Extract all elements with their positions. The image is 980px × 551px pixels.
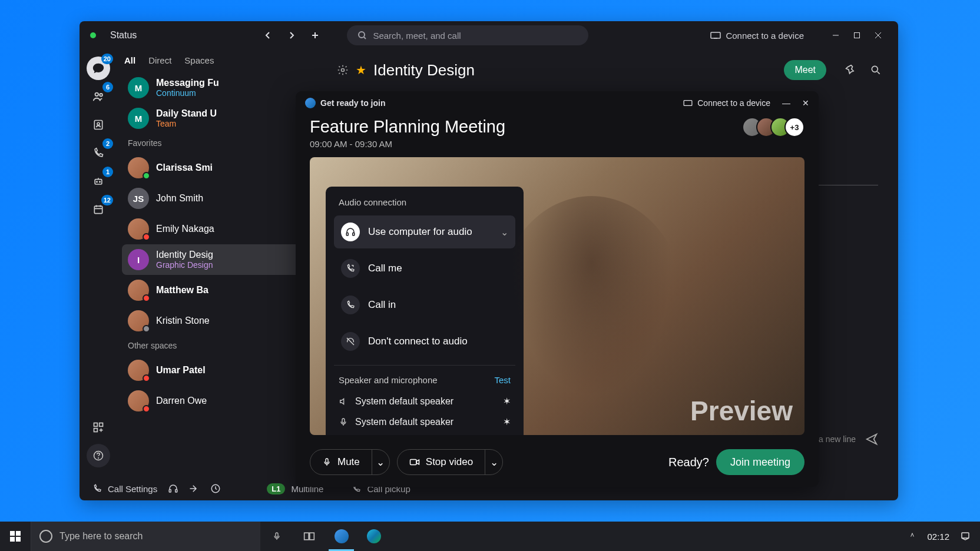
avatar [128,157,149,178]
new-tab-button[interactable] [306,26,325,45]
options-icon[interactable]: ✶ [503,416,511,427]
rail-calendar[interactable]: 12 [87,198,110,221]
svg-rect-29 [309,533,314,540]
calls-badge: 2 [102,138,113,149]
join-meeting-button[interactable]: Join meeting [716,449,804,475]
tray-expand-icon[interactable]: ＾ [908,531,916,542]
filter-all[interactable]: All [124,55,135,65]
list-item[interactable]: M Messaging FuContinuum [122,72,316,103]
svg-point-0 [359,32,365,38]
send-icon[interactable] [865,433,878,446]
favorite-star-icon[interactable]: ★ [356,63,366,77]
gear-icon[interactable] [337,64,349,76]
maximize-button[interactable] [847,26,866,45]
call-settings-button[interactable]: Call Settings [92,484,157,494]
connect-device-button[interactable]: Connect to a device [710,31,804,41]
minimize-button[interactable] [826,26,845,45]
list-item[interactable]: Kristin Stone [122,306,316,336]
close-button[interactable] [869,26,888,45]
search-in-space-icon[interactable] [870,64,882,76]
options-icon[interactable]: ✶ [503,396,511,407]
svg-point-17 [872,66,878,72]
svg-rect-13 [94,429,98,432]
audio-option-none[interactable]: Don't connect to audio [334,325,515,358]
filter-spaces[interactable]: Spaces [184,55,214,65]
rail-apps[interactable]: 1 [87,170,110,193]
svg-point-15 [98,458,99,459]
headset-icon [341,223,360,241]
avatar: I [128,249,149,270]
meet-button[interactable]: Meet [784,60,826,80]
filter-direct[interactable]: Direct [148,55,171,65]
calendar-icon [92,204,104,215]
list-item[interactable]: Emily Nakaga [122,214,316,244]
audio-option-use-computer[interactable]: Use computer for audio ⌄ [334,215,515,248]
line-badge: L1 [267,483,285,494]
stop-video-button[interactable]: Stop video ⌄ [397,449,503,475]
space-title: Identity Design [373,61,475,79]
nav-forward-button[interactable] [282,26,301,45]
global-search-input[interactable]: Search, meet, and call [347,25,588,45]
avatar [128,360,149,381]
start-button[interactable] [0,522,31,551]
list-item[interactable]: M Daily Stand UTeam [122,103,316,134]
teams-badge: 6 [102,82,113,92]
svg-rect-1 [711,32,720,38]
rail-calls[interactable]: 2 [87,141,110,165]
rail-teams[interactable]: 6 [87,85,110,108]
taskbar-app-edge[interactable] [357,522,390,551]
participants-stack[interactable]: +3 [748,117,804,137]
nav-back-button[interactable] [259,26,277,45]
list-item[interactable]: Darren Owe [122,386,316,416]
list-item-selected[interactable]: I Identity DesigGraphic Design [122,244,316,275]
join-meeting-modal: Get ready to join Connect to a device — … [296,91,819,487]
dial-icon[interactable] [210,483,221,494]
preview-watermark: Preview [690,395,793,427]
rail-add-app[interactable] [87,416,110,439]
rail-messaging[interactable]: 20 [87,57,110,80]
video-options-chevron[interactable]: ⌄ [485,450,502,474]
search-placeholder: Search, meet, and call [373,31,461,41]
no-audio-icon [341,332,360,351]
taskbar-search-input[interactable]: Type here to search [31,522,260,551]
cortana-icon [39,530,52,543]
favorites-header: Favorites [122,134,316,152]
modal-title: Get ready to join [320,98,385,108]
modal-connect-device[interactable]: Connect to a device [683,98,770,108]
conversations-pane: All Direct Spaces M Messaging FuContinuu… [117,49,320,477]
list-item[interactable]: Clarissa Smi [122,152,316,183]
video-preview: Preview Audio connection Use computer fo… [310,157,804,435]
pin-icon[interactable] [845,64,857,76]
audio-option-call-in[interactable]: Call in [334,288,515,321]
test-audio-link[interactable]: Test [494,375,511,385]
svg-point-16 [342,69,345,72]
svg-rect-10 [94,206,102,214]
svg-rect-24 [342,419,345,423]
svg-rect-30 [962,533,969,538]
list-item[interactable]: Matthew Ba [122,275,316,306]
headset-icon[interactable] [168,483,178,494]
notifications-icon[interactable] [960,531,971,542]
taskbar-task-view[interactable] [293,522,325,551]
audio-option-call-me[interactable]: Call me [334,252,515,285]
rail-contacts[interactable] [87,113,110,137]
modal-minimize-button[interactable]: — [782,98,790,108]
speaker-device-row[interactable]: System default speaker ✶ [334,391,515,411]
mute-button[interactable]: Mute ⌄ [310,449,390,475]
clock[interactable]: 02:12 [927,532,949,542]
modal-close-button[interactable]: ✕ [802,98,809,108]
status-label[interactable]: Status [110,30,137,41]
taskbar-app-webex[interactable] [325,522,357,551]
forward-icon[interactable] [189,483,200,494]
avatar: M [128,108,149,129]
svg-rect-12 [100,423,103,427]
search-icon [357,31,367,40]
svg-rect-28 [304,533,309,540]
rail-help[interactable] [87,444,110,467]
other-spaces-header: Other spaces [122,336,316,355]
taskbar-mic-icon[interactable] [260,522,293,551]
list-item[interactable]: JS John Smith [122,183,316,214]
mute-options-chevron[interactable]: ⌄ [372,450,389,474]
list-item[interactable]: Umar Patel [122,355,316,386]
microphone-device-row[interactable]: System default speaker ✶ [334,411,515,432]
